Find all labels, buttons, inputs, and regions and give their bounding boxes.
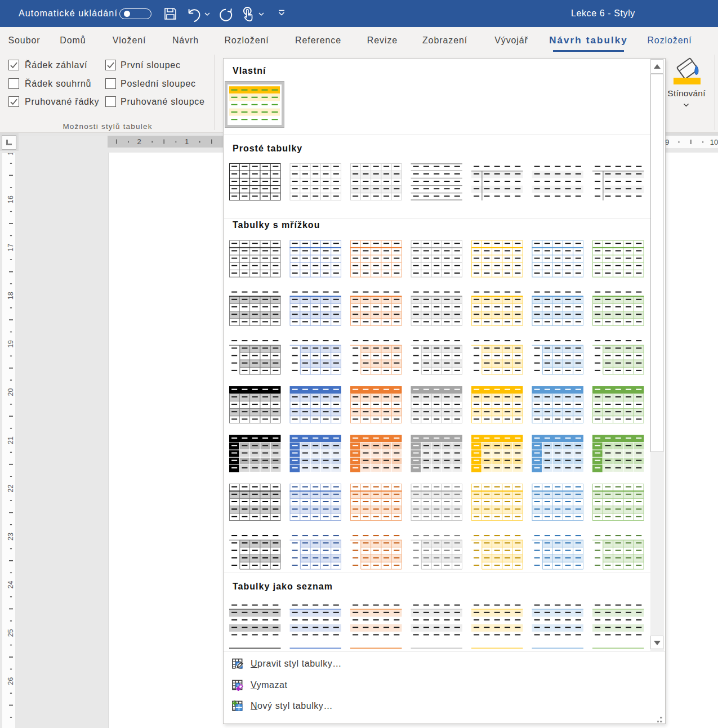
svg-text:16: 16 [7, 195, 15, 203]
svg-text:26: 26 [7, 677, 15, 685]
svg-text:20: 20 [7, 388, 15, 396]
svg-text:21: 21 [7, 436, 15, 444]
svg-text:23: 23 [7, 533, 15, 541]
svg-text:1: 1 [185, 137, 189, 146]
svg-text:15: 15 [7, 153, 15, 155]
svg-text:2: 2 [137, 137, 141, 146]
svg-text:18: 18 [7, 292, 15, 300]
svg-text:19: 19 [7, 340, 15, 348]
svg-text:22: 22 [7, 485, 15, 493]
svg-text:10: 10 [710, 138, 718, 146]
svg-text:17: 17 [7, 244, 15, 252]
svg-text:25: 25 [7, 629, 15, 637]
svg-text:9: 9 [666, 138, 669, 146]
svg-text:24: 24 [7, 581, 15, 589]
